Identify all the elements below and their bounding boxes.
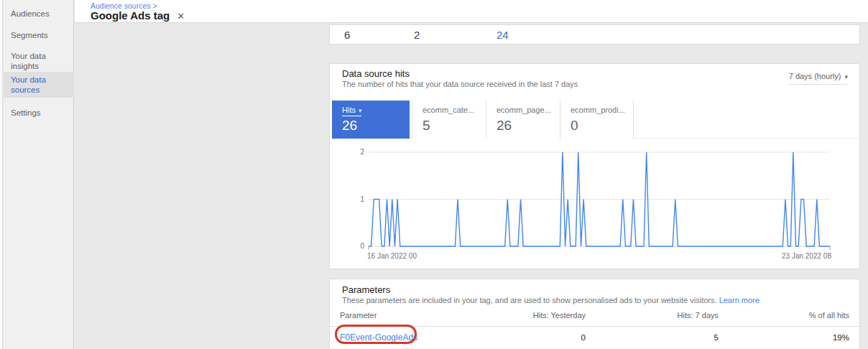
cell-pct-of-all-hits: 19% (719, 333, 849, 342)
window-left-edge (0, 0, 3, 349)
table-row: F0Event-GoogleAds 0 5 19% (330, 327, 859, 348)
tab-ecomm-cate[interactable]: ecomm_cate... 5 (412, 101, 486, 139)
column-header-pct-of-all-hits: % of all hits (719, 311, 849, 320)
data-source-hits-title: Data source hits (342, 68, 410, 79)
tab-value: 0 (571, 118, 578, 134)
column-header-parameter: Parameter (340, 311, 471, 320)
column-header-hits-yesterday: Hits: Yesterday (471, 311, 586, 320)
cell-hits-7-days: 5 (586, 333, 719, 342)
sidebar-item-your-data-insights[interactable]: Your data insights (4, 48, 74, 74)
tab-label-text: ecomm_prodi... (571, 106, 625, 114)
tab-value: 26 (497, 118, 512, 134)
close-icon[interactable]: ✕ (177, 11, 185, 22)
data-source-hits-subtitle: The number of hits that your data source… (342, 80, 578, 88)
cell-hits-yesterday: 0 (471, 333, 586, 342)
date-range-value: 7 days (hourly) (789, 72, 841, 80)
column-header-hits-7-days: Hits: 7 days (586, 311, 719, 320)
tab-hits-label[interactable]: Hits▾ (342, 106, 361, 116)
sidebar-item-label: Settings (11, 108, 41, 117)
parameters-title: Parameters (342, 284, 390, 295)
sidebar-item-label: Segments (11, 31, 48, 39)
summary-value-2: 2 (414, 29, 420, 41)
tab-hits[interactable]: Hits▾ 26 (332, 101, 410, 139)
sidebar-item-audiences[interactable]: Audiences (4, 6, 74, 22)
x-label-start: 16 Jan 2022 00 (367, 252, 417, 260)
learn-more-link[interactable]: Learn more (719, 296, 760, 304)
x-label-end: 23 Jan 2022 08 (782, 252, 831, 260)
tab-label-text: ecomm_cate... (423, 106, 474, 114)
parameters-table-header: Parameter Hits: Yesterday Hits: 7 days %… (330, 311, 859, 327)
summary-value-1: 6 (344, 29, 350, 41)
page-title-text: Google Ads tag (91, 9, 170, 22)
y-tick-2: 2 (360, 148, 364, 156)
summary-card: 6 2 24 (329, 24, 860, 45)
hits-line-chart: 2 1 0 16 Jan 2022 00 23 Jan 2022 08 (356, 146, 851, 265)
sidebar-item-label: Audiences (11, 9, 50, 18)
page-header: Audience sources > Google Ads tag✕ (75, 0, 868, 23)
sidebar-item-segments[interactable]: Segments (4, 27, 74, 43)
tab-ecomm-prodi[interactable]: ecomm_prodi... 0 (560, 101, 634, 139)
tab-hits-value: 26 (342, 118, 357, 134)
sidebar-item-your-data-sources[interactable]: Your data sources (4, 72, 74, 98)
parameter-link[interactable]: F0Event-GoogleAds (340, 332, 471, 343)
metric-tabs: Hits▾ 26 ecomm_cate... 5 ecomm_page... 2… (332, 101, 859, 139)
tab-ecomm-page[interactable]: ecomm_page... 26 (486, 101, 560, 139)
parameters-subtitle: These parameters are included in your ta… (342, 296, 760, 304)
chevron-down-icon: ▾ (844, 73, 848, 80)
y-tick-0: 0 (360, 242, 364, 250)
tab-label-text: ecomm_page... (497, 106, 551, 114)
sidebar-item-label: Your data insights (11, 52, 46, 70)
sidebar-item-settings[interactable]: Settings (4, 105, 74, 121)
y-tick-1: 1 (360, 195, 364, 203)
tab-label-text: Hits (342, 106, 356, 114)
page-title: Google Ads tag✕ (91, 9, 185, 22)
date-range-selector[interactable]: 7 days (hourly)▾ (789, 72, 848, 85)
left-sidebar: Audiences Segments Your data insights Yo… (4, 0, 74, 349)
summary-value-3-link[interactable]: 24 (497, 29, 509, 41)
parameters-card: Parameters These parameters are included… (329, 279, 860, 349)
parameters-subtitle-text: These parameters are included in your ta… (342, 296, 717, 304)
chevron-down-icon: ▾ (359, 107, 362, 114)
data-source-hits-card: Data source hits The number of hits that… (329, 63, 860, 269)
tab-value: 5 (423, 118, 430, 134)
sidebar-item-label: Your data sources (11, 75, 46, 94)
